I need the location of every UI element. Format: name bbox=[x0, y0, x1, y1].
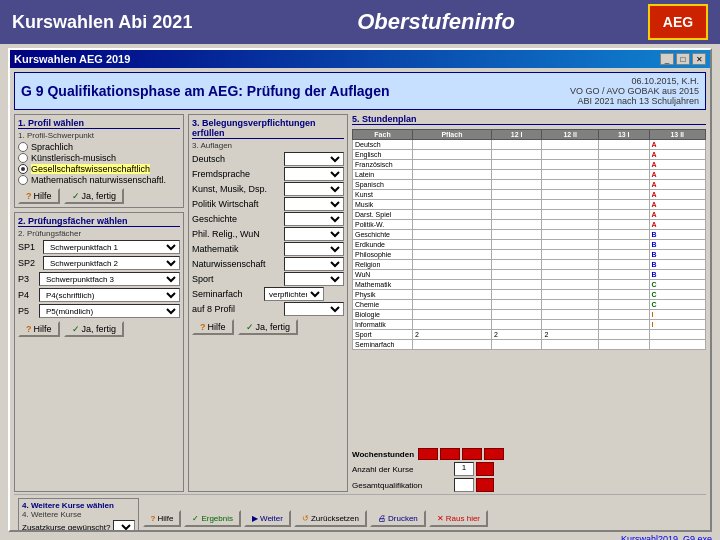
p3-select[interactable]: Schwerpunktfach 3 bbox=[39, 272, 180, 286]
subject-mathe: Mathematik bbox=[192, 242, 344, 256]
g9-title: G 9 Qualifikationsphase am AEG: Prüfung … bbox=[21, 83, 389, 99]
table-cell: C bbox=[649, 300, 705, 310]
table-row: BiologieI bbox=[353, 310, 706, 320]
table-cell bbox=[491, 150, 542, 160]
table-cell: B bbox=[649, 230, 705, 240]
table-cell bbox=[413, 200, 492, 210]
header-logo: AEG bbox=[648, 4, 708, 40]
weiter-button[interactable]: ▶ Weiter bbox=[244, 510, 291, 527]
table-row: LateinA bbox=[353, 170, 706, 180]
window-content: G 9 Qualifikationsphase am AEG: Prüfung … bbox=[10, 68, 710, 530]
close-button[interactable]: ✕ bbox=[692, 53, 706, 65]
table-row: Politik-W.A bbox=[353, 220, 706, 230]
zuruecksetzen-button[interactable]: ↺ Zurücksetzen bbox=[294, 510, 367, 527]
pruef-buttons: ? Hilfe ✓ Ja, fertig bbox=[18, 321, 180, 337]
auf-8-select[interactable] bbox=[284, 302, 344, 316]
table-cell bbox=[491, 240, 542, 250]
check-icon: ✓ bbox=[72, 191, 80, 201]
g9-info: 06.10.2015, K.H. VO GO / AVO GOBAK aus 2… bbox=[570, 76, 699, 106]
profil-radio-gesellschaft[interactable]: Gesellschaftswissenschaftlich bbox=[18, 164, 180, 174]
table-cell bbox=[491, 200, 542, 210]
subject-deutsch: Deutsch bbox=[192, 152, 344, 166]
gesamt-value bbox=[454, 478, 474, 492]
auflagen-help-button[interactable]: ? Hilfe bbox=[192, 319, 234, 335]
subject-select-mathe[interactable] bbox=[284, 242, 344, 256]
wst-bar-3 bbox=[462, 448, 482, 460]
subject-kunst: Kunst, Musik, Dsp. bbox=[192, 182, 344, 196]
table-cell bbox=[491, 140, 542, 150]
table-row: PhysikC bbox=[353, 290, 706, 300]
table-row: SpanischA bbox=[353, 180, 706, 190]
maximize-button[interactable]: □ bbox=[676, 53, 690, 65]
auflagen-title: 3. Belegungsverpflichtungen erfüllen bbox=[192, 118, 344, 139]
table-cell: Englisch bbox=[353, 150, 413, 160]
table-cell: A bbox=[649, 200, 705, 210]
profil-radio-kuenstlerisch[interactable]: Künstlerisch-musisch bbox=[18, 153, 180, 163]
subject-select-deutsch[interactable] bbox=[284, 152, 344, 166]
radio-dot-mathe bbox=[18, 175, 28, 185]
drucken-button[interactable]: 🖨 Drucken bbox=[370, 510, 426, 527]
subject-label-mathe: Mathematik bbox=[192, 244, 282, 254]
seminarfach-select[interactable]: verpflichtend bbox=[264, 287, 324, 301]
weitere-section: 4. Weitere Kurse wählen 4. Weitere Kurse… bbox=[18, 498, 139, 530]
ergebnis-button[interactable]: ✓ Ergebnis bbox=[184, 510, 241, 527]
table-row: WuNB bbox=[353, 270, 706, 280]
table-cell: Deutsch bbox=[353, 140, 413, 150]
p5-select[interactable]: P5(mündlich) bbox=[39, 304, 180, 318]
table-cell: Philosophie bbox=[353, 250, 413, 260]
sp1-select[interactable]: Schwerpunktfach 1 bbox=[43, 240, 180, 254]
table-cell bbox=[598, 200, 649, 210]
subject-select-politik[interactable] bbox=[284, 197, 344, 211]
col-13ii: 13 II bbox=[649, 130, 705, 140]
raus-button[interactable]: ✕ Raus hier bbox=[429, 510, 488, 527]
table-cell bbox=[491, 290, 542, 300]
table-cell bbox=[542, 180, 598, 190]
subject-label-natur: Naturwissenschaft bbox=[192, 259, 282, 269]
table-row: GeschichteB bbox=[353, 230, 706, 240]
table-cell bbox=[413, 290, 492, 300]
zusatz-select[interactable] bbox=[113, 520, 135, 530]
table-cell bbox=[598, 180, 649, 190]
subject-select-kunst[interactable] bbox=[284, 182, 344, 196]
table-row: KunstA bbox=[353, 190, 706, 200]
subject-select-natur[interactable] bbox=[284, 257, 344, 271]
three-columns: 1. Profil wählen 1. Profil-Schwerpunkt S… bbox=[14, 114, 706, 492]
table-cell: Darst. Spiel bbox=[353, 210, 413, 220]
pruef-help-button[interactable]: ? Hilfe bbox=[18, 321, 60, 337]
anzahl-area: Anzahl der Kurse 1 Gesamtqualifikation bbox=[352, 462, 706, 492]
minimize-button[interactable]: _ bbox=[660, 53, 674, 65]
radio-dot-kuenstlerisch bbox=[18, 153, 28, 163]
info-date: 06.10.2015, K.H. bbox=[570, 76, 699, 86]
pruef-section: 2. Prüfungsfächer wählen 2. Prüfungsfäch… bbox=[14, 212, 184, 492]
profil-radio-sprachlich[interactable]: Sprachlich bbox=[18, 142, 180, 152]
table-cell: Geschichte bbox=[353, 230, 413, 240]
table-cell: Politik-W. bbox=[353, 220, 413, 230]
table-cell bbox=[413, 210, 492, 220]
profil-help-button[interactable]: ? Hilfe bbox=[18, 188, 60, 204]
table-cell: A bbox=[649, 190, 705, 200]
table-cell bbox=[491, 160, 542, 170]
subject-select-fremd[interactable] bbox=[284, 167, 344, 181]
table-cell bbox=[413, 320, 492, 330]
col-13i: 13 I bbox=[598, 130, 649, 140]
footer[interactable]: Kurswahl2019_G9.exe bbox=[0, 534, 720, 540]
table-cell: Kunst bbox=[353, 190, 413, 200]
table-cell bbox=[491, 340, 542, 350]
footer-link[interactable]: Kurswahl2019_G9.exe bbox=[621, 534, 712, 540]
table-cell: B bbox=[649, 270, 705, 280]
table-cell: A bbox=[649, 150, 705, 160]
seminarfach-row: Seminarfach verpflichtend bbox=[192, 287, 344, 301]
subject-select-phil[interactable] bbox=[284, 227, 344, 241]
col-12i: 12 I bbox=[491, 130, 542, 140]
subject-natur: Naturwissenschaft bbox=[192, 257, 344, 271]
subject-select-geschichte[interactable] bbox=[284, 212, 344, 226]
subject-select-sport[interactable] bbox=[284, 272, 344, 286]
bottom-help-button[interactable]: ? Hilfe bbox=[143, 510, 182, 527]
sp2-select[interactable]: Schwerpunktfach 2 bbox=[43, 256, 180, 270]
profil-ok-button[interactable]: ✓ Ja, fertig bbox=[64, 188, 125, 204]
p4-select[interactable]: P4(schriftlich) bbox=[39, 288, 180, 302]
auflagen-ok-button[interactable]: ✓ Ja, fertig bbox=[238, 319, 299, 335]
pruef-ok-button[interactable]: ✓ Ja, fertig bbox=[64, 321, 125, 337]
profil-radio-mathe[interactable]: Mathematisch naturwissenschaftl. bbox=[18, 175, 180, 185]
table-cell bbox=[542, 290, 598, 300]
